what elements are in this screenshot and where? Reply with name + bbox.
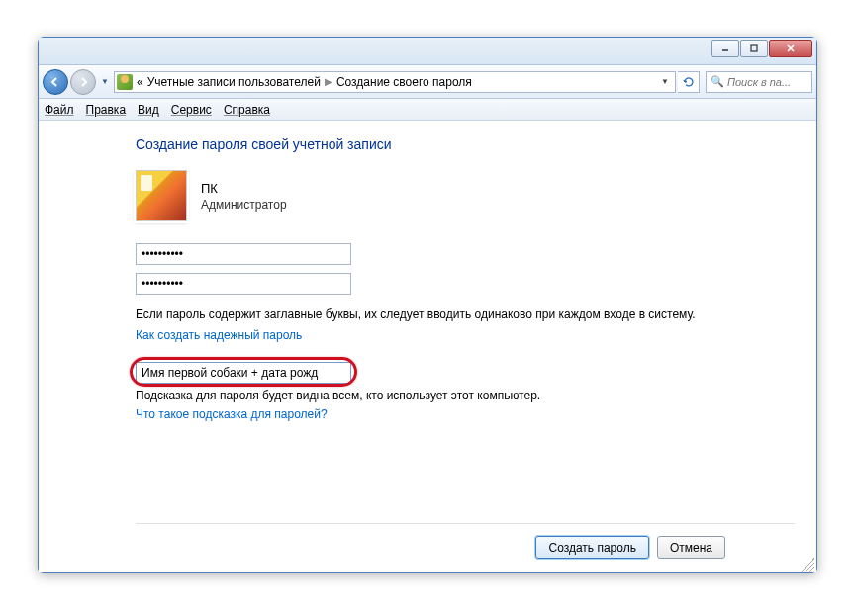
hint-note-text: Подсказка для пароля будет видна всем, к… xyxy=(136,388,795,404)
strong-password-link[interactable]: Как создать надежный пароль xyxy=(136,328,795,342)
refresh-button[interactable] xyxy=(678,71,700,93)
titlebar xyxy=(39,38,816,65)
new-password-field[interactable] xyxy=(136,243,351,265)
menu-file[interactable]: Файл xyxy=(45,103,74,117)
caps-note-text: Если пароль содержит заглавные буквы, их… xyxy=(136,307,795,323)
maximize-button[interactable] xyxy=(740,40,768,57)
address-dropdown-icon[interactable]: ▼ xyxy=(657,77,673,86)
password-hint-field[interactable] xyxy=(136,362,351,384)
user-info-row: ПК Администратор xyxy=(136,170,795,221)
forward-button[interactable] xyxy=(70,69,96,95)
hint-section: Подсказка для пароля будет видна всем, к… xyxy=(136,362,795,421)
footer-buttons: Создать пароль Отмена xyxy=(136,523,795,563)
breadcrumb-separator-icon[interactable]: ▶ xyxy=(325,76,332,87)
window-frame: ▼ « Учетные записи пользователей ▶ Созда… xyxy=(38,37,817,573)
user-role: Администратор xyxy=(201,198,287,212)
search-input[interactable] xyxy=(727,76,803,88)
avatar xyxy=(136,170,187,221)
minimize-button[interactable] xyxy=(711,40,739,57)
create-password-button[interactable]: Создать пароль xyxy=(535,536,648,559)
navigation-bar: ▼ « Учетные записи пользователей ▶ Созда… xyxy=(39,65,816,99)
breadcrumb-prefix: « xyxy=(137,75,143,89)
resize-grip-icon[interactable] xyxy=(801,558,814,572)
menu-bar: Файл Правка Вид Сервис Справка xyxy=(39,99,816,121)
menu-help[interactable]: Справка xyxy=(224,103,270,117)
menu-edit[interactable]: Правка xyxy=(86,103,127,117)
search-box[interactable]: 🔍 xyxy=(706,71,812,93)
user-name: ПК xyxy=(201,181,287,196)
hint-help-link[interactable]: Что такое подсказка для паролей? xyxy=(136,407,795,421)
menu-tools[interactable]: Сервис xyxy=(171,103,212,117)
search-icon: 🔍 xyxy=(711,75,724,88)
cancel-button[interactable]: Отмена xyxy=(657,536,725,559)
close-button[interactable] xyxy=(769,40,812,57)
breadcrumb-part2[interactable]: Создание своего пароля xyxy=(336,75,472,89)
svg-rect-1 xyxy=(751,45,757,51)
back-button[interactable] xyxy=(43,69,68,95)
control-panel-icon xyxy=(117,74,133,90)
breadcrumb-part1[interactable]: Учетные записи пользователей xyxy=(147,75,321,89)
confirm-password-field[interactable] xyxy=(136,273,351,295)
menu-view[interactable]: Вид xyxy=(138,103,159,117)
history-dropdown-icon[interactable]: ▼ xyxy=(98,72,112,92)
page-title: Создание пароля своей учетной записи xyxy=(136,136,795,152)
address-bar[interactable]: « Учетные записи пользователей ▶ Создани… xyxy=(114,71,676,93)
content-area: Создание пароля своей учетной записи ПК … xyxy=(39,121,816,572)
